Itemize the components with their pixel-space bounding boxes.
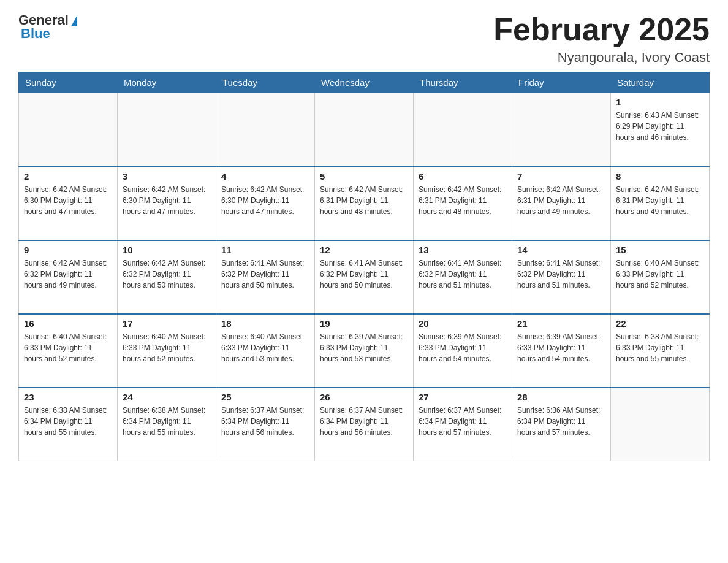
- day-number: 27: [419, 392, 507, 402]
- calendar-cell: 16Sunrise: 6:40 AM Sunset: 6:33 PM Dayli…: [19, 314, 118, 388]
- day-number: 12: [320, 245, 408, 255]
- day-number: 8: [616, 171, 704, 182]
- calendar-cell: 25Sunrise: 6:37 AM Sunset: 6:34 PM Dayli…: [216, 388, 315, 461]
- logo-triangle-icon: [71, 15, 77, 26]
- day-number: 2: [24, 171, 112, 182]
- calendar-cell: 3Sunrise: 6:42 AM Sunset: 6:30 PM Daylig…: [118, 167, 216, 240]
- day-number: 21: [517, 318, 605, 329]
- day-number: 1: [616, 97, 704, 107]
- day-number: 17: [123, 318, 211, 329]
- day-info: Sunrise: 6:40 AM Sunset: 6:33 PM Dayligh…: [123, 331, 211, 364]
- day-number: 3: [123, 171, 211, 182]
- calendar-cell: [216, 93, 315, 167]
- column-header-saturday: Saturday: [611, 72, 710, 93]
- calendar-cell: 8Sunrise: 6:42 AM Sunset: 6:31 PM Daylig…: [611, 167, 710, 240]
- calendar-cell: 15Sunrise: 6:40 AM Sunset: 6:33 PM Dayli…: [611, 240, 710, 314]
- location-title: Nyangourala, Ivory Coast: [493, 50, 710, 66]
- calendar-cell: 18Sunrise: 6:40 AM Sunset: 6:33 PM Dayli…: [216, 314, 315, 388]
- page-header: General Blue February 2025 Nyangourala, …: [18, 12, 710, 66]
- calendar-cell: [611, 388, 710, 461]
- calendar-cell: [118, 93, 216, 167]
- calendar-table: SundayMondayTuesdayWednesdayThursdayFrid…: [18, 72, 710, 461]
- calendar-cell: 26Sunrise: 6:37 AM Sunset: 6:34 PM Dayli…: [315, 388, 414, 461]
- day-number: 18: [221, 318, 309, 329]
- calendar-cell: [414, 93, 512, 167]
- calendar-week-2: 2Sunrise: 6:42 AM Sunset: 6:30 PM Daylig…: [19, 167, 710, 240]
- calendar-cell: 9Sunrise: 6:42 AM Sunset: 6:32 PM Daylig…: [19, 240, 118, 314]
- calendar-cell: 27Sunrise: 6:37 AM Sunset: 6:34 PM Dayli…: [414, 388, 512, 461]
- calendar-header-row: SundayMondayTuesdayWednesdayThursdayFrid…: [19, 72, 710, 93]
- day-number: 5: [320, 171, 408, 182]
- logo-blue-text: Blue: [21, 26, 50, 42]
- day-number: 11: [221, 245, 309, 255]
- day-info: Sunrise: 6:42 AM Sunset: 6:31 PM Dayligh…: [320, 184, 408, 217]
- calendar-cell: 10Sunrise: 6:42 AM Sunset: 6:32 PM Dayli…: [118, 240, 216, 314]
- calendar-week-3: 9Sunrise: 6:42 AM Sunset: 6:32 PM Daylig…: [19, 240, 710, 314]
- calendar-cell: 12Sunrise: 6:41 AM Sunset: 6:32 PM Dayli…: [315, 240, 414, 314]
- day-info: Sunrise: 6:40 AM Sunset: 6:33 PM Dayligh…: [221, 331, 309, 364]
- day-number: 22: [616, 318, 704, 329]
- day-number: 20: [419, 318, 507, 329]
- day-info: Sunrise: 6:41 AM Sunset: 6:32 PM Dayligh…: [517, 258, 605, 291]
- day-info: Sunrise: 6:42 AM Sunset: 6:30 PM Dayligh…: [221, 184, 309, 217]
- day-info: Sunrise: 6:41 AM Sunset: 6:32 PM Dayligh…: [221, 258, 309, 291]
- calendar-cell: 24Sunrise: 6:38 AM Sunset: 6:34 PM Dayli…: [118, 388, 216, 461]
- calendar-week-5: 23Sunrise: 6:38 AM Sunset: 6:34 PM Dayli…: [19, 388, 710, 461]
- calendar-cell: 1Sunrise: 6:43 AM Sunset: 6:29 PM Daylig…: [611, 93, 710, 167]
- column-header-sunday: Sunday: [19, 72, 118, 93]
- title-block: February 2025 Nyangourala, Ivory Coast: [493, 12, 710, 66]
- day-number: 23: [24, 392, 112, 402]
- day-number: 16: [24, 318, 112, 329]
- day-info: Sunrise: 6:37 AM Sunset: 6:34 PM Dayligh…: [320, 405, 408, 438]
- calendar-cell: 4Sunrise: 6:42 AM Sunset: 6:30 PM Daylig…: [216, 167, 315, 240]
- calendar-cell: [19, 93, 118, 167]
- calendar-cell: 19Sunrise: 6:39 AM Sunset: 6:33 PM Dayli…: [315, 314, 414, 388]
- column-header-monday: Monday: [118, 72, 216, 93]
- column-header-friday: Friday: [512, 72, 611, 93]
- calendar-cell: 28Sunrise: 6:36 AM Sunset: 6:34 PM Dayli…: [512, 388, 611, 461]
- day-info: Sunrise: 6:37 AM Sunset: 6:34 PM Dayligh…: [221, 405, 309, 438]
- day-number: 9: [24, 245, 112, 255]
- day-info: Sunrise: 6:42 AM Sunset: 6:32 PM Dayligh…: [24, 258, 112, 291]
- logo: General Blue: [18, 12, 77, 42]
- day-number: 15: [616, 245, 704, 255]
- day-info: Sunrise: 6:37 AM Sunset: 6:34 PM Dayligh…: [419, 405, 507, 438]
- day-info: Sunrise: 6:38 AM Sunset: 6:34 PM Dayligh…: [24, 405, 112, 438]
- column-header-tuesday: Tuesday: [216, 72, 315, 93]
- day-info: Sunrise: 6:38 AM Sunset: 6:34 PM Dayligh…: [123, 405, 211, 438]
- day-info: Sunrise: 6:42 AM Sunset: 6:31 PM Dayligh…: [419, 184, 507, 217]
- day-info: Sunrise: 6:39 AM Sunset: 6:33 PM Dayligh…: [419, 331, 507, 364]
- day-info: Sunrise: 6:42 AM Sunset: 6:30 PM Dayligh…: [24, 184, 112, 217]
- day-number: 10: [123, 245, 211, 255]
- calendar-week-4: 16Sunrise: 6:40 AM Sunset: 6:33 PM Dayli…: [19, 314, 710, 388]
- day-number: 13: [419, 245, 507, 255]
- calendar-cell: 2Sunrise: 6:42 AM Sunset: 6:30 PM Daylig…: [19, 167, 118, 240]
- month-title: February 2025: [493, 12, 710, 47]
- day-number: 26: [320, 392, 408, 402]
- calendar-cell: 6Sunrise: 6:42 AM Sunset: 6:31 PM Daylig…: [414, 167, 512, 240]
- day-info: Sunrise: 6:38 AM Sunset: 6:33 PM Dayligh…: [616, 331, 704, 364]
- day-number: 24: [123, 392, 211, 402]
- day-info: Sunrise: 6:39 AM Sunset: 6:33 PM Dayligh…: [320, 331, 408, 364]
- calendar-body: 1Sunrise: 6:43 AM Sunset: 6:29 PM Daylig…: [19, 93, 710, 461]
- day-info: Sunrise: 6:40 AM Sunset: 6:33 PM Dayligh…: [616, 258, 704, 291]
- column-header-thursday: Thursday: [414, 72, 512, 93]
- calendar-cell: 22Sunrise: 6:38 AM Sunset: 6:33 PM Dayli…: [611, 314, 710, 388]
- day-info: Sunrise: 6:42 AM Sunset: 6:32 PM Dayligh…: [123, 258, 211, 291]
- calendar-cell: 5Sunrise: 6:42 AM Sunset: 6:31 PM Daylig…: [315, 167, 414, 240]
- calendar-week-1: 1Sunrise: 6:43 AM Sunset: 6:29 PM Daylig…: [19, 93, 710, 167]
- calendar-cell: 14Sunrise: 6:41 AM Sunset: 6:32 PM Dayli…: [512, 240, 611, 314]
- calendar-cell: [512, 93, 611, 167]
- day-info: Sunrise: 6:36 AM Sunset: 6:34 PM Dayligh…: [517, 405, 605, 438]
- day-info: Sunrise: 6:41 AM Sunset: 6:32 PM Dayligh…: [419, 258, 507, 291]
- day-number: 14: [517, 245, 605, 255]
- calendar-cell: 11Sunrise: 6:41 AM Sunset: 6:32 PM Dayli…: [216, 240, 315, 314]
- column-header-wednesday: Wednesday: [315, 72, 414, 93]
- calendar-cell: 20Sunrise: 6:39 AM Sunset: 6:33 PM Dayli…: [414, 314, 512, 388]
- day-info: Sunrise: 6:43 AM Sunset: 6:29 PM Dayligh…: [616, 110, 704, 143]
- day-number: 25: [221, 392, 309, 402]
- day-info: Sunrise: 6:41 AM Sunset: 6:32 PM Dayligh…: [320, 258, 408, 291]
- day-info: Sunrise: 6:40 AM Sunset: 6:33 PM Dayligh…: [24, 331, 112, 364]
- day-info: Sunrise: 6:42 AM Sunset: 6:31 PM Dayligh…: [616, 184, 704, 217]
- calendar-cell: 17Sunrise: 6:40 AM Sunset: 6:33 PM Dayli…: [118, 314, 216, 388]
